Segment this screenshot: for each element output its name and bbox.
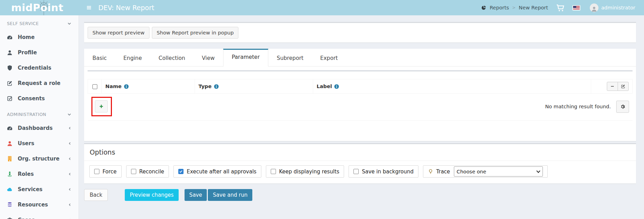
locale-flag-us[interactable] [572,5,580,10]
section-label: ADMINISTRATION [7,112,46,117]
table-settings-button[interactable] [616,101,629,113]
section-label: SELF SERVICE [7,21,39,26]
dashboard-icon [7,125,13,131]
execute-after-all-approvals-checkbox[interactable] [178,169,184,174]
sidebar-item-label: Cases [18,217,68,219]
save-in-background-option: Save in background [349,165,418,178]
sidebar-item-label: Users [18,140,68,147]
sidebar-item-dashboards[interactable]: Dashboards [0,120,79,136]
top-bar-right: Reports > New Report administrator [481,3,644,13]
sidebar-item-org-structure[interactable]: Org. structure [0,151,79,166]
report-tabs-panel: BasicEngineCollectionViewParameterSubrep… [84,49,636,141]
logo-text-o: o [40,2,47,14]
edit-icon [7,80,13,86]
sidebar-item-credentials[interactable]: Credentials [0,60,79,76]
tab-parameter[interactable]: Parameter [223,49,269,67]
annotation-highlight [91,97,112,116]
chevron-left-icon [68,203,72,206]
edit-icon [621,84,626,89]
option-checkbox-list: ForceReconcileExecute after all approval… [89,165,418,178]
chevron-down-icon [67,112,72,117]
sidebar-item-label: Roles [18,171,68,177]
column-header-type: Type [198,84,212,89]
gear-icon [620,104,625,109]
force-checkbox[interactable] [94,169,99,174]
save-in-background-checkbox[interactable] [353,169,359,174]
logo-text-post: int [48,2,64,14]
tab-basic[interactable]: Basic [84,49,115,66]
check-square-icon [7,95,13,102]
sidebar-item-home[interactable]: Home [0,30,79,45]
logo[interactable]: midPoint [0,0,79,15]
tab-view[interactable]: View [194,49,223,66]
column-header-label: Label [317,84,332,89]
execute-after-all-approvals-option: Execute after all approvals [173,165,261,178]
sidebar-item-profile[interactable]: Profile [0,45,79,60]
tab-collection[interactable]: Collection [150,49,194,66]
sidebar-toggle-button[interactable] [84,2,94,13]
add-parameter-button[interactable] [95,100,108,112]
sidebar: SELF SERVICEHomeProfileCredentialsReques… [0,15,79,219]
tab-engine[interactable]: Engine [115,49,150,66]
sidebar-item-users[interactable]: Users [0,136,79,151]
option-label: Reconcile [139,169,164,175]
trace-option: Trace Choose one [423,165,548,178]
reconcile-option: Reconcile [126,165,169,178]
minus-icon [610,84,615,89]
briefcase-icon [7,217,13,219]
tab-subreport[interactable]: Subreport [268,49,312,66]
sidebar-item-cases[interactable]: Cases [0,212,79,219]
name-info-icon[interactable] [124,84,129,89]
preview-changes-button[interactable]: Preview changes [125,189,178,201]
back-button[interactable]: Back [84,189,108,201]
option-label: Execute after all approvals [187,169,256,175]
users-icon [7,140,13,147]
sidebar-item-resources[interactable]: Resources [0,197,79,212]
username[interactable]: administrator [601,5,635,10]
force-option: Force [89,165,122,178]
table-header-row: Name Type Label [88,79,633,94]
sidebar-item-consents[interactable]: Consents [0,91,79,106]
sidebar-item-label: Profile [18,49,72,56]
empty-result-text: No matching result found. [545,104,611,109]
sidebar-section-administration[interactable]: ADMINISTRATION [0,106,79,120]
cart-icon[interactable] [556,3,565,13]
sidebar-section-self-service[interactable]: SELF SERVICE [0,15,79,30]
sidebar-item-label: Resources [18,202,68,208]
save-and-run-button[interactable]: Save and run [208,189,252,201]
select-all-checkbox[interactable] [92,84,97,89]
sidebar-item-label: Request a role [18,80,72,86]
save-button[interactable]: Save [185,189,207,201]
empty-type-cell [195,94,313,121]
edit-parameter-button[interactable] [618,82,629,91]
chevron-left-icon [68,157,72,161]
keep-displaying-results-checkbox[interactable] [271,169,276,174]
sidebar-item-roles[interactable]: Roles [0,166,79,182]
building-icon [7,156,13,162]
roles-icon [7,171,13,177]
reconcile-checkbox[interactable] [131,169,136,174]
table-actions-group [607,82,629,91]
trace-label: Trace [436,169,450,175]
table-empty-row: No matching result found. [88,94,633,121]
delete-parameter-button[interactable] [607,82,618,91]
label-info-icon[interactable] [334,84,339,89]
tab-export[interactable]: Export [312,49,346,66]
logo-text: midPoint [11,2,64,14]
type-info-icon[interactable] [214,84,219,89]
profile-user-icon [7,49,13,56]
sidebar-item-services[interactable]: Services [0,182,79,197]
footer-actions: Back Preview changes Save Save and run [84,189,636,201]
page-title: DEV: New Report [98,4,154,11]
sidebar-item-request-a-role[interactable]: Request a role [0,76,79,91]
avatar[interactable] [590,3,598,12]
trace-select[interactable]: Choose one [454,166,543,177]
logo-text-pre: midP [11,2,40,14]
shield-icon [7,65,13,71]
parameters-box: Name Type Label [88,70,633,121]
breadcrumb-reports-link[interactable]: Reports [490,5,509,10]
show-report-preview-button[interactable]: Show report preview [88,27,149,39]
tab-strip: BasicEngineCollectionViewParameterSubrep… [84,49,636,67]
show-report-preview-in-popup-button[interactable]: Show Report preview in popup [152,27,239,39]
hamburger-icon [86,5,92,11]
